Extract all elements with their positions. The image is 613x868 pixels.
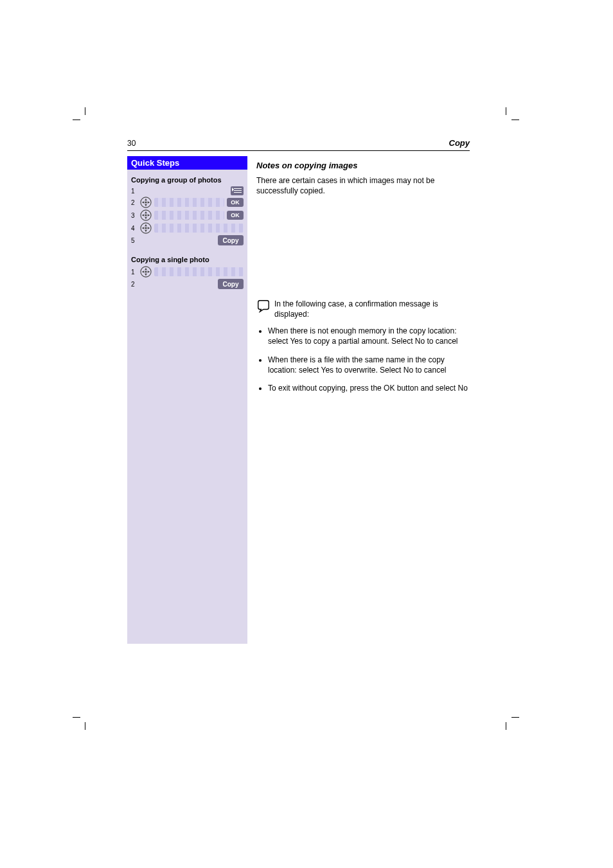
- note-icon: [256, 299, 271, 315]
- bullet-list: When there is not enough memory in the c…: [268, 326, 470, 393]
- list-item: When there is not enough memory in the c…: [268, 326, 470, 346]
- svg-marker-21: [142, 270, 145, 273]
- step-row: 1: [131, 186, 244, 195]
- step-row: 4: [131, 222, 244, 234]
- page-number: 30: [127, 139, 136, 148]
- svg-marker-2: [145, 204, 147, 207]
- step-field: [154, 224, 244, 233]
- menu-icon[interactable]: [231, 186, 244, 195]
- step-field: [154, 211, 224, 220]
- note-row: In the following case, a confirmation me…: [256, 299, 470, 319]
- svg-marker-4: [148, 201, 150, 204]
- svg-marker-1: [145, 199, 147, 201]
- quick-steps-block: Copying a single photo 1 2 Copy: [127, 253, 247, 297]
- step-row: 1: [131, 266, 244, 278]
- svg-marker-7: [145, 211, 147, 214]
- quick-steps-panel: Quick Steps Copying a group of photos 1 …: [127, 156, 247, 644]
- svg-marker-16: [148, 227, 150, 229]
- svg-marker-13: [145, 224, 147, 227]
- svg-marker-3: [142, 201, 145, 204]
- step-row: 2 Copy: [131, 279, 244, 289]
- step-number: 4: [131, 225, 139, 232]
- quick-steps-block: Copying a group of photos 1 2 OK 3: [127, 173, 247, 253]
- step-number: 2: [131, 281, 139, 288]
- copy-button[interactable]: Copy: [218, 235, 244, 245]
- step-field: [154, 267, 244, 276]
- list-item: To exit without copying, press the OK bu…: [268, 383, 470, 393]
- list-item: When there is a file with the same name …: [268, 355, 470, 375]
- svg-rect-17: [145, 227, 147, 229]
- quick-steps-title: Quick Steps: [127, 156, 247, 170]
- step-number: 3: [131, 212, 139, 219]
- svg-marker-22: [148, 270, 150, 273]
- ok-button[interactable]: OK: [227, 211, 244, 220]
- note-lead-text: In the following case, a confirmation me…: [274, 299, 470, 319]
- step-row: 2 OK: [131, 197, 244, 208]
- dpad-icon[interactable]: [140, 222, 152, 234]
- dpad-icon[interactable]: [140, 209, 152, 221]
- svg-marker-20: [145, 274, 147, 276]
- page-root: 30 Copy Quick Steps Copying a group of p…: [127, 138, 470, 644]
- page-header: 30 Copy: [127, 138, 470, 151]
- content-row: Quick Steps Copying a group of photos 1 …: [127, 156, 470, 644]
- section-title: Copy: [449, 138, 470, 148]
- step-number: 1: [131, 188, 139, 195]
- svg-rect-5: [145, 202, 147, 204]
- svg-marker-19: [145, 268, 147, 270]
- ok-button[interactable]: OK: [227, 198, 244, 207]
- copy-button[interactable]: Copy: [218, 279, 244, 289]
- step-row: 3 OK: [131, 209, 244, 221]
- step-row: 5 Copy: [131, 235, 244, 245]
- step-number: 5: [131, 237, 139, 244]
- svg-marker-10: [148, 214, 150, 217]
- step-number: 1: [131, 269, 139, 276]
- main-content: Notes on copying images There are certai…: [256, 156, 470, 644]
- step-number: 2: [131, 199, 139, 206]
- quick-steps-heading: Copying a group of photos: [131, 176, 244, 184]
- svg-marker-14: [145, 230, 147, 233]
- dpad-icon[interactable]: [140, 266, 152, 278]
- svg-marker-9: [142, 214, 145, 217]
- step-field: [154, 198, 224, 207]
- main-paragraph: There are certain cases in which images …: [256, 175, 470, 196]
- svg-marker-8: [145, 217, 147, 220]
- svg-rect-11: [145, 215, 147, 217]
- svg-rect-23: [145, 271, 147, 273]
- main-heading: Notes on copying images: [256, 160, 470, 172]
- svg-marker-15: [142, 227, 145, 229]
- dpad-icon[interactable]: [140, 197, 152, 208]
- quick-steps-heading: Copying a single photo: [131, 256, 244, 263]
